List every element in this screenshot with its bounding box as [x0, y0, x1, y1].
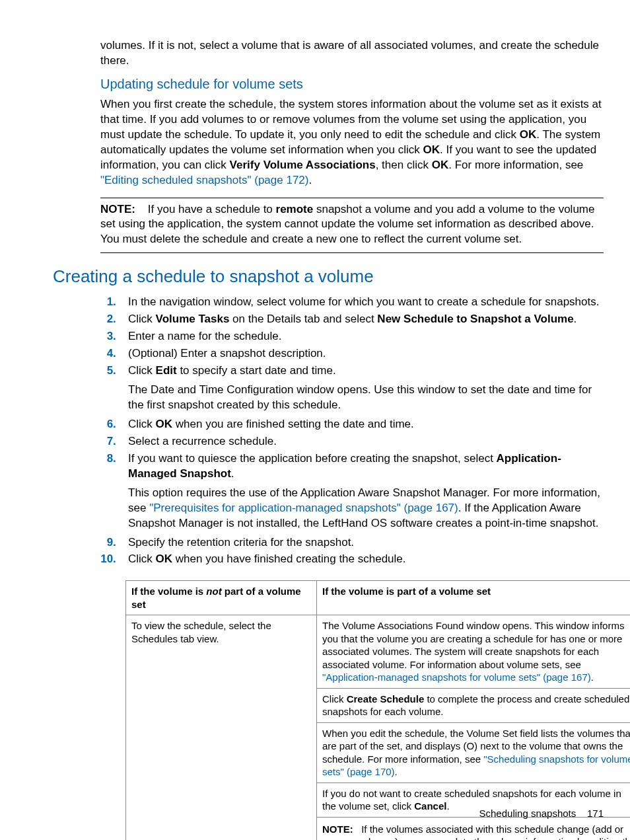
bold-remote: remote	[276, 203, 314, 215]
footer-page: 171	[587, 808, 604, 819]
step-5-extra: The Date and Time Configuration window o…	[128, 383, 604, 413]
step-9: Specify the retention criteria for the s…	[125, 535, 604, 551]
link-app-managed[interactable]: "Application-managed snapshots for volum…	[322, 671, 591, 683]
table-cell-r1: The Volume Associations Found window ope…	[317, 615, 631, 689]
table-header-row: If the volume is not part of a volume se…	[126, 581, 631, 615]
link-prerequisites[interactable]: "Prerequisites for application-managed s…	[149, 502, 458, 514]
text: .	[446, 800, 449, 812]
text: .	[574, 313, 577, 325]
step-3: Enter a name for the schedule.	[125, 329, 604, 344]
text: Click	[128, 418, 156, 430]
page-footer: Scheduling snapshots 171	[479, 807, 604, 820]
link-editing-scheduled[interactable]: "Editing scheduled snapshots" (page 172)	[100, 174, 308, 186]
sub-heading: Updating schedule for volume sets	[100, 75, 604, 93]
step-2: Click Volume Tasks on the Details tab an…	[125, 312, 604, 327]
text: .	[395, 766, 398, 777]
text: , then click	[376, 159, 432, 171]
table-cell-r5: NOTE: If the volumes associated with thi…	[317, 817, 631, 840]
bold: Edit	[156, 364, 177, 377]
sub-paragraph: When you first create the schedule, the …	[100, 97, 604, 188]
table-cell-r3: When you edit the schedule, the Volume S…	[317, 722, 631, 783]
table-header-2: If the volume is part of a volume set	[317, 581, 631, 615]
text: .	[231, 467, 234, 480]
step-5: Click Edit to specify a start date and t…	[125, 363, 604, 413]
text: when you are finished setting the date a…	[172, 418, 414, 430]
text: Click	[128, 364, 156, 377]
table-row: To view the schedule, select the Schedul…	[126, 615, 631, 689]
section-heading: Creating a schedule to snapshot a volume	[53, 265, 604, 288]
text: Click	[128, 553, 156, 565]
bold-ok: OK	[520, 128, 537, 141]
step-6: Click OK when you are finished setting t…	[125, 417, 604, 432]
italic-not: not	[206, 586, 221, 597]
step-1: In the navigation window, select volume …	[125, 295, 604, 310]
bold: OK	[156, 418, 173, 430]
text: .	[591, 671, 594, 683]
bold: New Schedule to Snapshot a Volume	[377, 313, 573, 325]
table-cell-r2: Click Create Schedule to complete the pr…	[317, 688, 631, 722]
table-note: NOTE: If the volumes associated with thi…	[322, 823, 630, 840]
note-label: NOTE:	[100, 203, 135, 215]
bold: Volume Tasks	[156, 313, 230, 325]
bold-ok: OK	[423, 143, 440, 156]
bold-ok: OK	[432, 159, 449, 171]
step-8: If you want to quiesce the application b…	[125, 451, 604, 531]
text: when you have finished creating the sche…	[172, 553, 405, 565]
bold: Cancel	[414, 800, 446, 812]
text: to specify a start date and time.	[177, 364, 336, 377]
footer-title: Scheduling snapshots	[479, 808, 577, 819]
text: If the volume is part of a volume set	[322, 586, 491, 597]
page-container: volumes. If it is not, select a volume t…	[0, 0, 630, 840]
text: If the volume is	[131, 586, 206, 597]
step-10: Click OK when you have finished creating…	[125, 552, 604, 567]
step-4: (Optional) Enter a snapshot description.	[125, 346, 604, 362]
text: Click	[322, 693, 347, 705]
table-header-1: If the volume is not part of a volume se…	[126, 581, 317, 615]
bold-verify: Verify Volume Associations	[230, 159, 376, 171]
text: on the Details tab and select	[229, 313, 377, 325]
intro-paragraph: volumes. If it is not, select a volume t…	[100, 38, 604, 69]
text: If the volumes associated with this sche…	[322, 823, 630, 840]
step-7: Select a recurrence schedule.	[125, 434, 604, 449]
text: . For more information, see	[448, 159, 583, 171]
volume-table: If the volume is not part of a volume se…	[125, 580, 630, 840]
table-cell-left: To view the schedule, select the Schedul…	[126, 615, 317, 840]
bold: Create Schedule	[347, 693, 425, 705]
bold: OK	[156, 553, 173, 565]
step-8-extra: This option requires the use of the Appl…	[128, 486, 604, 531]
text: If you want to quiesce the application b…	[128, 452, 497, 465]
text: If you have a schedule to	[148, 203, 276, 215]
text: Click	[128, 313, 156, 325]
steps-list: In the navigation window, select volume …	[100, 295, 604, 567]
note-label: NOTE:	[322, 823, 353, 835]
text: .	[308, 174, 312, 186]
note-block: NOTE: If you have a schedule to remote s…	[100, 198, 604, 254]
text: The Volume Associations Found window ope…	[322, 620, 624, 670]
